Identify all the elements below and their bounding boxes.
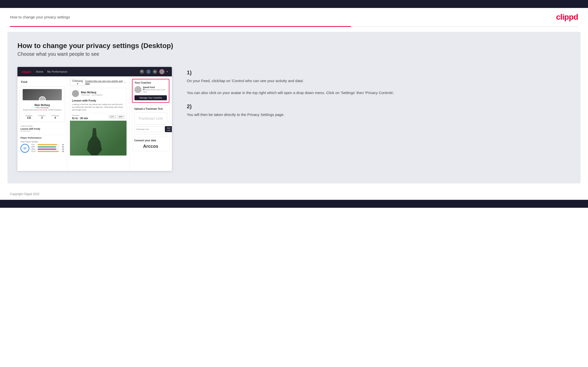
coach-club: Royal North Devon Golf Club: [143, 89, 167, 93]
stat-following-label: Following: [52, 115, 59, 116]
arccos-logo: Arccos: [134, 144, 167, 149]
latest-activity-date: 03 Aug 2022: [20, 130, 64, 132]
following-bar: Following ▾ Control who can see your act…: [70, 79, 127, 86]
profile-card: Blair McHarg Plus Handicap Royal North D…: [19, 86, 65, 122]
post-desc: Looking to feel like my hands are exitin…: [70, 103, 127, 113]
main-content: How to change your privacy settings (Des…: [7, 32, 581, 183]
bar-putt: PUTT 96: [31, 151, 64, 152]
logo: clippd: [556, 12, 578, 22]
profile-club: Royal North Devon Golf Club, United King…: [23, 109, 62, 111]
right-arrow-icon: ←: [124, 81, 127, 84]
feed-post: Blair McHarg Yesterday · Sunningdale Les…: [70, 88, 127, 156]
stat-activities: Activities 131: [26, 115, 33, 119]
nav-link-home[interactable]: Home: [36, 70, 43, 73]
page-subheading: Choose what you want people to see: [17, 51, 571, 57]
stat-activities-label: Activities: [26, 115, 33, 116]
demo-area: clippd Home My Performance 🔍 👤 ⊕ ▾ Feed: [17, 67, 571, 171]
coach-info: David Ford Royal North Devon Golf Club: [143, 86, 167, 93]
post-header: Blair McHarg Yesterday · Sunningdale: [70, 88, 127, 99]
step2-text: You will then be taken directly to the P…: [187, 112, 571, 118]
app-nav-logo: clippd: [21, 70, 31, 74]
bar-ott-fill: [38, 144, 57, 145]
profile-badge: Plus Handicap: [23, 106, 62, 109]
bar-ott-val: 90: [60, 144, 64, 146]
duration-label: Duration: [72, 114, 88, 116]
stat-following: Following 4: [52, 115, 59, 119]
avatar-dropdown-icon[interactable]: ▾: [167, 70, 168, 73]
bar-app-val: 85: [60, 146, 64, 148]
coaches-section: Your Coaches David Ford Royal North Devo…: [132, 79, 169, 103]
stat-activities-val: 131: [26, 116, 33, 119]
coach-avatar: [134, 86, 141, 93]
location-icon: [143, 89, 145, 90]
tag-ott: OTT: [109, 115, 116, 119]
control-link[interactable]: Control who can see your activity and da…: [85, 80, 123, 85]
bar-arg-track: [38, 149, 59, 150]
bar-app-fill: [38, 146, 56, 148]
profile-avatar: [39, 96, 46, 100]
post-author-info: Blair McHarg Yesterday · Sunningdale: [81, 91, 102, 96]
bar-putt-val: 96: [60, 151, 64, 152]
quality-inner: 92 OTT 90 APP 85: [20, 144, 64, 153]
app-sidebar: Feed Blair McHarg Plus Handicap Royal No…: [17, 76, 67, 171]
player-performance: Player Performance Total Player Quality …: [17, 133, 67, 154]
trackman-input-wrap: Trackman Link: [134, 112, 167, 125]
connect-section: Connect your data Arccos: [132, 137, 169, 151]
bar-ott-label: OTT: [31, 144, 37, 146]
profile-name: Blair McHarg: [23, 104, 62, 106]
app-feed: Following ▾ Control who can see your act…: [67, 76, 130, 171]
feed-tab[interactable]: Feed: [17, 79, 67, 85]
step1-number: 1): [187, 69, 571, 76]
header: How to change your privacy settings clip…: [0, 8, 588, 26]
profile-stats: Activities 131 Followers 3 Following 4: [23, 113, 62, 119]
post-title: Lesson with Fordy: [70, 99, 127, 103]
nav-links: Home My Performance: [36, 70, 67, 73]
post-author-date: Yesterday · Sunningdale: [81, 94, 102, 96]
instruction-step2: 2) You will then be taken directly to th…: [187, 103, 571, 118]
trackman-placeholder: Trackman Link: [138, 116, 163, 120]
app-nav: clippd Home My Performance 🔍 👤 ⊕ ▾: [17, 67, 172, 76]
circle-score: 92: [20, 144, 29, 153]
add-link-button[interactable]: Add Link: [165, 126, 172, 132]
step1-text: On your Feed, click/tap on 'Control who …: [187, 78, 571, 96]
post-author-name: Blair McHarg: [81, 91, 102, 94]
coaches-title: Your Coaches: [134, 81, 167, 84]
latest-activity-name: Lesson with Fordy: [20, 128, 64, 130]
nav-link-performance[interactable]: My Performance: [47, 70, 67, 73]
manage-coaches-button[interactable]: Manage Your Coaches: [134, 95, 167, 100]
profile-cover: [23, 89, 62, 100]
page-heading: How to change your privacy settings (Des…: [17, 42, 571, 50]
nav-icons: 🔍 👤 ⊕ ▾: [140, 69, 168, 74]
control-row: Control who can see your activity and da…: [85, 80, 127, 85]
perf-title: Player Performance: [20, 135, 64, 139]
profile-avatar-wrap: [39, 96, 46, 100]
plus-circle-icon[interactable]: ⊕: [153, 69, 157, 74]
bar-putt-fill: [38, 151, 59, 152]
stat-following-val: 4: [52, 116, 59, 119]
post-tags: OTT APP: [109, 115, 125, 119]
bar-arg-fill: [38, 149, 56, 150]
bar-app: APP 85: [31, 146, 64, 148]
trackman-field[interactable]: [134, 126, 164, 132]
bar-app-track: [38, 146, 59, 148]
search-icon[interactable]: 🔍: [140, 69, 144, 74]
user-avatar-nav[interactable]: [159, 69, 165, 74]
coach-name: David Ford: [143, 86, 167, 89]
person-icon[interactable]: 👤: [146, 69, 151, 74]
post-avatar: [72, 90, 79, 97]
bottom-bar: [0, 200, 588, 208]
following-button[interactable]: Following ▾: [70, 79, 85, 86]
top-bar: [0, 0, 588, 8]
bar-arg: ARG 86: [31, 148, 64, 150]
bar-putt-label: PUTT: [31, 151, 37, 152]
trackman-row: Add Link: [134, 126, 167, 132]
footer: Copyright Clippd 2022: [0, 188, 588, 200]
stat-followers-label: Followers: [38, 115, 46, 116]
app-screenshot: clippd Home My Performance 🔍 👤 ⊕ ▾ Feed: [17, 67, 172, 171]
duration-value: 01 hr : 30 min: [72, 117, 88, 120]
bars: OTT 90 APP 85 ARG: [31, 144, 64, 153]
app-right-panel: Your Coaches David Ford Royal North Devo…: [130, 76, 172, 171]
post-duration-info: Duration 01 hr : 30 min: [72, 114, 88, 120]
tag-app: APP: [117, 115, 125, 119]
app-body: Feed Blair McHarg Plus Handicap Royal No…: [17, 76, 172, 171]
